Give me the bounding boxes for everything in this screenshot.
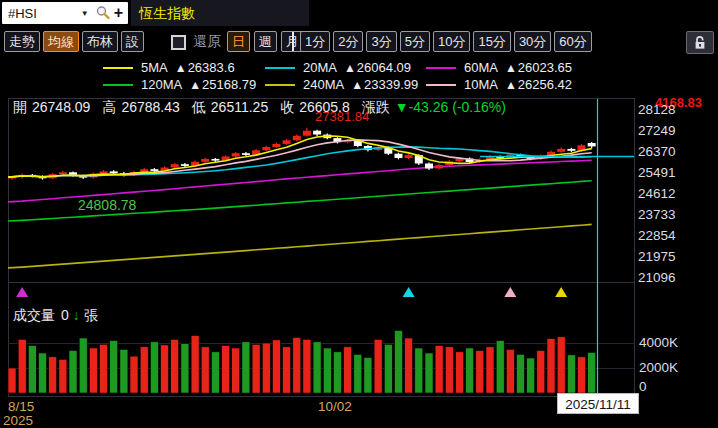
minute-button-group: 1分 2分 3分 5分 10分 15分 30分 60分 (300, 31, 592, 52)
legend-label: 60MA (464, 60, 498, 75)
legend-value: 23339.99 (364, 77, 418, 92)
symbol-value: #HSI (2, 6, 81, 21)
price-tick: 23733 (638, 207, 676, 222)
lock-icon (693, 35, 707, 50)
toolbar-separator (292, 32, 294, 51)
chevron-down-icon[interactable]: ▼ (81, 9, 89, 18)
crosshair-date-badge: 2025/11/11 (557, 393, 639, 414)
symbol-combobox[interactable]: #HSI ▼ + (2, 2, 128, 24)
price-tick: 21975 (638, 249, 676, 264)
settings-button[interactable]: 設 (121, 31, 144, 52)
stock-chart-app: #HSI ▼ + 恆生指數 走勢 均線 布林 設 還原 日 週 月 1分 (0, 0, 718, 428)
ma120-swatch (103, 84, 133, 86)
period-1min-button[interactable]: 1分 (300, 31, 330, 52)
up-arrow-icon: ▲ (175, 61, 187, 75)
period-10min-button[interactable]: 10分 (433, 31, 470, 52)
restore-label: 還原 (193, 33, 221, 51)
top-bar: #HSI ▼ + 恆生指數 (0, 0, 718, 27)
price-tick: 21096 (638, 270, 676, 285)
close-label: 收 (280, 99, 294, 115)
trend-view-button[interactable]: 走勢 (4, 31, 40, 52)
low-value: 26511.25 (211, 99, 268, 115)
legend-value: 26064.09 (357, 60, 411, 75)
change-value: ▼-43.26 (-0.16%) (395, 99, 506, 115)
period-3min-button[interactable]: 3分 (366, 31, 396, 52)
legend-item-ma20: 20MA ▲ 26064.09 (265, 60, 411, 75)
legend-label: 5MA (141, 60, 168, 75)
legend-value: 26256.42 (518, 77, 572, 92)
ma10-swatch (426, 84, 456, 86)
up-arrow-icon: ▲ (505, 78, 517, 92)
period-60min-button[interactable]: 60分 (554, 31, 591, 52)
legend-label: 240MA (303, 77, 344, 92)
price-tick: 27249 (638, 123, 676, 138)
price-tick: 26370 (638, 144, 676, 159)
bollinger-view-button[interactable]: 布林 (82, 31, 118, 52)
volume-tick: 4000K (639, 335, 678, 350)
legend-label: 120MA (141, 77, 182, 92)
tab-symbol-title[interactable]: 恆生指數 (131, 0, 309, 26)
ma60-swatch (426, 67, 456, 69)
high-label: 高 (102, 99, 116, 115)
volume-readout: 成交量0↓張 (13, 307, 98, 325)
up-arrow-icon: ▲ (351, 78, 363, 92)
candlestick-chart[interactable] (0, 96, 718, 428)
up-arrow-icon: ▲ (189, 78, 201, 92)
legend-label: 10MA (464, 77, 498, 92)
volume-unit: 張 (84, 307, 98, 323)
x-axis-start-date: 8/15 (8, 399, 34, 414)
period-week-button[interactable]: 週 (254, 31, 277, 52)
legend-item-ma120: 120MA ▲ 25168.79 (103, 77, 256, 92)
ma240-swatch (265, 84, 295, 86)
lock-button[interactable] (686, 31, 714, 54)
chart-panel: 開26748.09高26788.43低26511.25收26605.8漲跌▼-4… (0, 96, 718, 428)
period-30min-button[interactable]: 30分 (514, 31, 551, 52)
legend-value: 26383.6 (188, 60, 235, 75)
legend-value: 25168.79 (202, 77, 256, 92)
period-day-button[interactable]: 日 (227, 31, 250, 52)
up-arrow-icon: ▲ (505, 61, 517, 75)
volume-value: 0 (61, 307, 69, 323)
down-arrow-icon: ↓ (73, 307, 80, 323)
low-price-label: 24808.78 (78, 197, 136, 213)
price-tick: 25491 (638, 165, 676, 180)
period-5min-button[interactable]: 5分 (400, 31, 430, 52)
volume-tick: 2000K (639, 360, 678, 375)
period-15min-button[interactable]: 15分 (473, 31, 510, 52)
price-tick: 28128 (638, 102, 676, 117)
event-markers (16, 287, 567, 297)
restore-group: 還原 (171, 33, 221, 51)
ma-legend: 5MA ▲ 26383.6 20MA ▲ 26064.09 60MA ▲ 260… (0, 59, 718, 95)
legend-item-ma240: 240MA ▲ 23339.99 (265, 77, 418, 92)
open-label: 開 (13, 99, 27, 115)
open-value: 26748.09 (32, 99, 90, 115)
legend-item-ma60: 60MA ▲ 26023.65 (426, 60, 572, 75)
volume-label: 成交量 (13, 307, 55, 323)
volume-tick: 0 (639, 379, 647, 394)
x-axis-mid-date: 10/02 (318, 399, 352, 414)
up-arrow-icon: ▲ (344, 61, 356, 75)
search-icon[interactable] (95, 5, 111, 21)
legend-label: 20MA (303, 60, 337, 75)
ma-view-button[interactable]: 均線 (43, 31, 79, 52)
restore-checkbox[interactable] (171, 35, 186, 50)
price-tick: 24612 (638, 186, 676, 201)
legend-item-ma5: 5MA ▲ 26383.6 (103, 60, 235, 75)
chart-toolbar: 走勢 均線 布林 設 還原 日 週 月 1分 2分 3分 5分 10分 15分 … (0, 28, 718, 55)
peak-price-label: 27381.84 (315, 109, 369, 124)
price-tick: 22854 (638, 228, 676, 243)
ma20-swatch (265, 67, 295, 69)
low-label: 低 (192, 99, 206, 115)
x-axis-start-year: 2025 (3, 413, 33, 428)
legend-item-ma10: 10MA ▲ 26256.42 (426, 77, 572, 92)
period-2min-button[interactable]: 2分 (333, 31, 363, 52)
add-symbol-button[interactable]: + (114, 5, 123, 21)
ohlc-readout: 開26748.09高26788.43低26511.25收26605.8漲跌▼-4… (13, 99, 506, 117)
volume-bars (8, 331, 596, 394)
high-value: 26788.43 (121, 99, 179, 115)
legend-value: 26023.65 (518, 60, 572, 75)
ma5-swatch (103, 67, 133, 69)
view-button-group: 走勢 均線 布林 設 (4, 31, 144, 52)
